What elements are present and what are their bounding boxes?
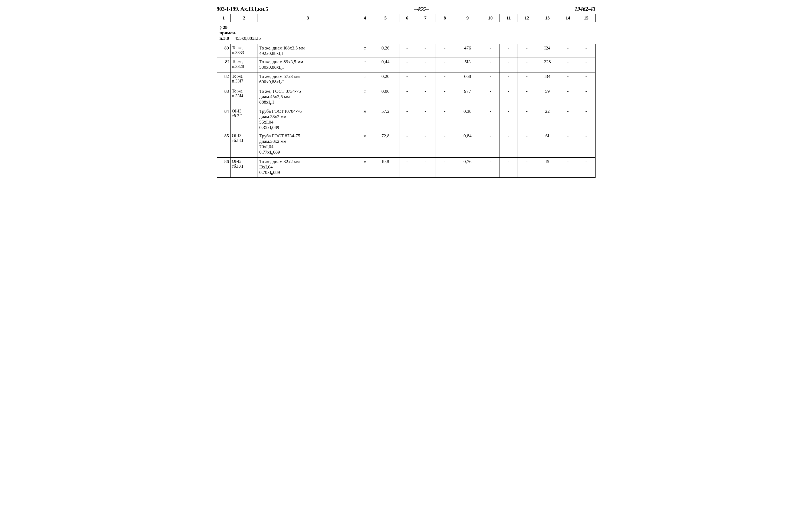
- val8-85: -: [436, 132, 454, 157]
- col-header-6: 6: [399, 14, 415, 22]
- val8-86: -: [436, 157, 454, 177]
- val15-82: -: [577, 73, 595, 87]
- row-num-84: 84: [217, 107, 231, 132]
- col-header-13: 13: [536, 14, 559, 22]
- val6-81: -: [399, 58, 415, 73]
- val15-84: -: [577, 107, 595, 132]
- row-num-86: 86: [217, 157, 231, 177]
- val10-80: -: [481, 44, 499, 58]
- val7-81: -: [415, 58, 436, 73]
- val11-86: -: [499, 157, 518, 177]
- val6-83: -: [399, 87, 415, 107]
- ref-83: То же,п.33I4: [231, 87, 258, 107]
- val14-81: -: [559, 58, 577, 73]
- val11-84: -: [499, 107, 518, 132]
- val9-85: 0,84: [454, 132, 481, 157]
- val5-86: I9,8: [372, 157, 399, 177]
- note-cell: § 29прямоч.п.3.8 455x0,88xI,I5: [217, 22, 595, 44]
- row-num-85: 85: [217, 132, 231, 157]
- row-num-81: 8I: [217, 58, 231, 73]
- desc-82: То же, диам.57x3 мм690x0,88xIoI: [258, 73, 358, 87]
- ref-85: OI-I3тб.I8.I: [231, 132, 258, 157]
- val12-80: -: [518, 44, 536, 58]
- row-num-82: 82: [217, 73, 231, 87]
- val10-86: -: [481, 157, 499, 177]
- val5-83: 0,06: [372, 87, 399, 107]
- val10-82: -: [481, 73, 499, 87]
- table-row: 85 OI-I3тб.I8.I Труба ГОСТ 8734-75диам.3…: [217, 132, 595, 157]
- unit-83: т: [358, 87, 372, 107]
- ref-80: To же,п.3333: [231, 44, 258, 58]
- val8-84: -: [436, 107, 454, 132]
- val8-80: -: [436, 44, 454, 58]
- val14-86: -: [559, 157, 577, 177]
- unit-84: м: [358, 107, 372, 132]
- ref-82: То же,п.33I7: [231, 73, 258, 87]
- val6-84: -: [399, 107, 415, 132]
- val11-80: -: [499, 44, 518, 58]
- val13-82: I34: [536, 73, 559, 87]
- unit-82: т: [358, 73, 372, 87]
- val10-83: -: [481, 87, 499, 107]
- val9-81: 5I3: [454, 58, 481, 73]
- val7-86: -: [415, 157, 436, 177]
- val11-82: -: [499, 73, 518, 87]
- val13-84: 22: [536, 107, 559, 132]
- table-row: 82 То же,п.33I7 То же, диам.57x3 мм690x0…: [217, 73, 595, 87]
- val10-84: -: [481, 107, 499, 132]
- main-table: 1 2 3 4 5 6 7 8 9 10 11 12 13 14 15: [217, 14, 596, 178]
- ref-81: To же,п.3328: [231, 58, 258, 73]
- col-header-1: 1: [217, 14, 231, 22]
- col-header-11: 11: [499, 14, 518, 22]
- note-paragraph: § 29прямоч.п.3.8: [219, 25, 236, 41]
- header-right: 19462-43: [575, 6, 596, 12]
- val7-84: -: [415, 107, 436, 132]
- val11-85: -: [499, 132, 518, 157]
- desc-84: Труба ГОСТ I0704-76диам.38x2 мм55xI,040,…: [258, 107, 358, 132]
- note-text: 455x0,88xI,I5: [235, 36, 261, 41]
- val9-83: 977: [454, 87, 481, 107]
- val12-82: -: [518, 73, 536, 87]
- val8-82: -: [436, 73, 454, 87]
- ref-86: OI-I3тб.I8.I: [231, 157, 258, 177]
- val12-81: -: [518, 58, 536, 73]
- val6-86: -: [399, 157, 415, 177]
- val7-85: -: [415, 132, 436, 157]
- val11-83: -: [499, 87, 518, 107]
- val13-85: 6I: [536, 132, 559, 157]
- val6-80: -: [399, 44, 415, 58]
- val15-83: -: [577, 87, 595, 107]
- val11-81: -: [499, 58, 518, 73]
- header-left: 903-I-I99. Ax.I3.I,кн.5: [217, 6, 269, 12]
- val13-83: 59: [536, 87, 559, 107]
- col-header-2: 2: [231, 14, 258, 22]
- val9-84: 0,38: [454, 107, 481, 132]
- table-row: 84 OI-I3тб.3.I Труба ГОСТ I0704-76диам.3…: [217, 107, 595, 132]
- val7-83: -: [415, 87, 436, 107]
- val14-84: -: [559, 107, 577, 132]
- val8-81: -: [436, 58, 454, 73]
- desc-85: Труба ГОСТ 8734-75диам.38x2 мм70xI,040,7…: [258, 132, 358, 157]
- note-section-row: § 29прямоч.п.3.8 455x0,88xI,I5: [217, 22, 595, 44]
- col-header-9: 9: [454, 14, 481, 22]
- val13-86: I5: [536, 157, 559, 177]
- header-center: –455–: [414, 5, 429, 12]
- val9-86: 0,76: [454, 157, 481, 177]
- table-row: 83 То же,п.33I4 То же, ГОСТ 8734-75диам.…: [217, 87, 595, 107]
- val5-80: 0,26: [372, 44, 399, 58]
- val14-82: -: [559, 73, 577, 87]
- unit-81: т: [358, 58, 372, 73]
- row-num-80: 80: [217, 44, 231, 58]
- val15-85: -: [577, 132, 595, 157]
- val7-82: -: [415, 73, 436, 87]
- col-header-12: 12: [518, 14, 536, 22]
- val5-82: 0,20: [372, 73, 399, 87]
- val12-85: -: [518, 132, 536, 157]
- val14-80: -: [559, 44, 577, 58]
- val8-83: -: [436, 87, 454, 107]
- val13-81: 228: [536, 58, 559, 73]
- col-header-14: 14: [559, 14, 577, 22]
- val15-80: -: [577, 44, 595, 58]
- unit-80: т: [358, 44, 372, 58]
- col-header-8: 8: [436, 14, 454, 22]
